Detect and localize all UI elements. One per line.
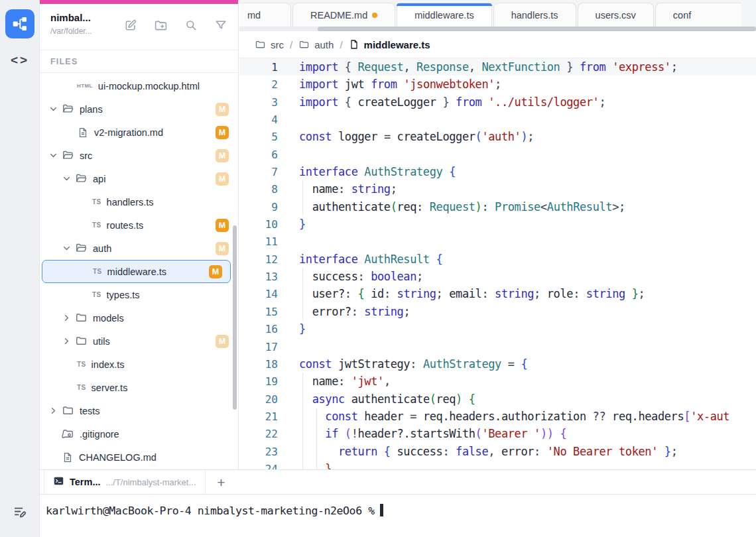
code-line-14[interactable]: 14 user?: { id: string; email: string; r…	[239, 285, 756, 302]
editor-area: mdREADME.mdmiddleware.tshandlers.tsusers…	[239, 0, 756, 537]
chevron-down-icon[interactable]	[62, 244, 72, 253]
tab-bar: mdREADME.mdmiddleware.tshandlers.tsusers…	[239, 0, 756, 27]
tree-folder-auth[interactable]: authM	[40, 237, 238, 260]
code-line-2[interactable]: 2import jwt from 'jsonwebtoken';	[239, 76, 756, 93]
code-text: return { success: false, error: 'No Bear…	[278, 445, 678, 458]
breadcrumb-item-auth[interactable]: auth	[298, 39, 334, 50]
code-line-17[interactable]: 17	[239, 338, 756, 355]
breadcrumb-label: src	[271, 39, 284, 50]
chevron-down-icon[interactable]	[49, 105, 58, 113]
terminal-output[interactable]: karlwirth@MacBook-Pro-4 nimbalyst-market…	[40, 495, 756, 537]
chevron-right-icon[interactable]	[62, 337, 72, 345]
breadcrumb-item-middleware-ts[interactable]: middleware.ts	[349, 39, 430, 50]
code-line-24[interactable]: 24 }	[239, 460, 756, 469]
tree-file-handlers-ts[interactable]: TShandlers.ts	[40, 190, 238, 213]
modified-badge: M	[216, 126, 229, 139]
file-name: server.ts	[92, 383, 128, 393]
line-number: 17	[239, 339, 278, 356]
new-folder-icon[interactable]	[154, 19, 168, 35]
tree-folder-tests[interactable]: tests	[40, 399, 238, 422]
indent-guide	[316, 425, 317, 442]
code-line-15[interactable]: 15 error?: string;	[239, 303, 756, 320]
sidebar-scrollbar[interactable]	[233, 225, 237, 410]
breadcrumb-item-src[interactable]: src	[255, 39, 284, 50]
tab-scrollbar-thumb[interactable]	[318, 27, 756, 31]
terminal-tab[interactable]: Term... .../T/nimbalyst-market...	[44, 470, 206, 494]
tab-middleware-ts[interactable]: middleware.ts	[397, 3, 491, 27]
code-line-13[interactable]: 13 success: boolean;	[239, 268, 756, 285]
code-editor[interactable]: 1import { Request, Response, NextFunctio…	[239, 58, 756, 469]
tree-folder-utils[interactable]: utilsM	[40, 329, 238, 353]
tree-file-ui-mockup-mockup-html[interactable]: HTMLui-mockup.mockup.html	[40, 74, 238, 97]
file-name: tests	[80, 406, 100, 416]
code-text: }	[278, 322, 306, 335]
indent-guide	[302, 390, 303, 408]
code-line-6[interactable]: 6	[239, 146, 756, 163]
tree-file-routes-ts[interactable]: TSroutes.tsM	[40, 213, 238, 237]
code-line-7[interactable]: 7interface AuthStrategy {	[239, 163, 756, 180]
tree-file--gitignore[interactable]: .gitignore	[40, 422, 238, 446]
code-line-16[interactable]: 16}	[239, 320, 756, 337]
tree-folder-models[interactable]: models	[40, 306, 238, 329]
code-line-18[interactable]: 18const jwtStrategy: AuthStrategy = {	[239, 355, 756, 373]
tree-file-index-ts[interactable]: TSindex.ts	[40, 353, 238, 376]
chevron-down-icon[interactable]	[62, 174, 72, 183]
code-line-11[interactable]: 11	[239, 233, 756, 250]
code-line-10[interactable]: 10}	[239, 215, 756, 233]
line-number: 15	[239, 304, 278, 321]
code-line-12[interactable]: 12interface AuthResult {	[239, 251, 756, 268]
app-logo-icon[interactable]	[5, 9, 34, 38]
ts-file-icon: TS	[92, 198, 101, 206]
file-name: routes.ts	[107, 220, 144, 231]
chevron-down-icon[interactable]	[49, 151, 58, 160]
code-line-22[interactable]: 22 if (!header?.startsWith('Bearer ')) {	[239, 425, 756, 442]
code-line-8[interactable]: 8 name: string;	[239, 180, 756, 198]
edit-icon[interactable]	[124, 19, 137, 35]
code-text	[278, 148, 299, 161]
filter-icon[interactable]	[214, 19, 227, 35]
tab-users-csv[interactable]: users.csv	[578, 3, 654, 27]
code-view-icon[interactable]: <>	[0, 53, 40, 68]
ts-file-icon: TS	[92, 221, 101, 229]
new-terminal-button[interactable]: +	[217, 475, 225, 489]
notes-edit-icon[interactable]	[13, 504, 28, 522]
doc-file-icon	[77, 127, 89, 139]
indent-guide	[302, 180, 303, 198]
code-text: }	[278, 462, 332, 469]
tab-md[interactable]: md	[239, 3, 291, 27]
modified-badge: M	[216, 219, 229, 232]
chevron-right-icon[interactable]	[62, 314, 72, 322]
tree-folder-plans[interactable]: plansM	[40, 97, 238, 121]
tab-scrollbar[interactable]	[239, 27, 756, 31]
tree-folder-src[interactable]: srcM	[40, 144, 238, 167]
terminal-icon	[53, 475, 64, 489]
tab-conf[interactable]: conf	[655, 3, 741, 27]
code-line-3[interactable]: 3import { createLogger } from '../utils/…	[239, 93, 756, 111]
tab-handlers-ts[interactable]: handlers.ts	[493, 3, 576, 27]
breadcrumb-separator: /	[340, 39, 342, 50]
code-line-21[interactable]: 21 const header = req.headers.authorizat…	[239, 408, 756, 425]
tree-file-types-ts[interactable]: TStypes.ts	[40, 283, 238, 306]
project-title: nimbal...	[50, 12, 91, 23]
chevron-right-icon[interactable]	[49, 406, 58, 415]
tree-file-v2-migration-md[interactable]: v2-migration.mdM	[40, 121, 238, 144]
tree-file-server-ts[interactable]: TSserver.ts	[40, 376, 238, 399]
file-name: ui-mockup.mockup.html	[98, 81, 200, 91]
code-line-1[interactable]: 1import { Request, Response, NextFunctio…	[239, 58, 756, 76]
tree-folder-api[interactable]: apiM	[40, 167, 238, 190]
code-line-4[interactable]: 4	[239, 111, 756, 128]
html-file-icon: HTML	[77, 83, 93, 89]
line-number: 14	[239, 286, 278, 303]
code-line-20[interactable]: 20 async authenticate(req) {	[239, 390, 756, 408]
code-line-5[interactable]: 5const logger = createLogger('auth');	[239, 128, 756, 145]
code-line-23[interactable]: 23 return { success: false, error: 'No B…	[239, 443, 756, 460]
search-icon[interactable]	[184, 19, 198, 35]
folder-icon	[62, 404, 74, 417]
modified-badge: M	[216, 149, 229, 162]
tree-file-middleware-ts[interactable]: TSmiddleware.tsM	[42, 260, 231, 283]
tab-readme-md[interactable]: README.md	[292, 3, 395, 27]
modified-badge: M	[216, 242, 229, 255]
code-line-19[interactable]: 19 name: 'jwt',	[239, 373, 756, 390]
code-line-9[interactable]: 9 authenticate(req: Request): Promise<Au…	[239, 198, 756, 215]
tree-file-changelog-md[interactable]: CHANGELOG.md	[40, 446, 238, 469]
